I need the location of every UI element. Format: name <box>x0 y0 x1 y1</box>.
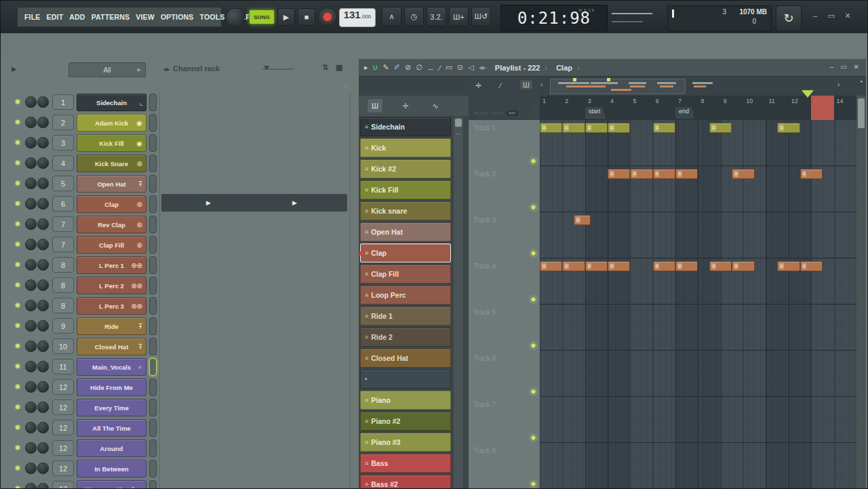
nav-right-arrow[interactable]: › <box>837 81 840 88</box>
channel-pan-knob[interactable] <box>25 157 37 169</box>
channel-number-button[interactable]: 12 <box>52 440 74 456</box>
channel-mute-led[interactable] <box>16 446 20 450</box>
channel-volume-knob[interactable] <box>37 483 49 489</box>
pattern-clip[interactable]: ≡ <box>777 261 800 271</box>
channel-pan-knob[interactable] <box>25 422 37 433</box>
selected-channel-strip[interactable]: ▶ ▶ <box>161 194 347 212</box>
pattern-clip[interactable]: ≡ <box>777 123 800 133</box>
paint-tool-icon[interactable]: ✐ <box>394 63 400 72</box>
pattern-item-kick[interactable]: ≡Kick <box>360 138 451 157</box>
playlist-timeline[interactable]: 1234567891011121314startend <box>540 96 856 121</box>
channel-button-open-hat[interactable]: Open HatŦ <box>77 175 146 193</box>
channel-button-sidechain[interactable]: Sidechain◟ <box>77 94 146 111</box>
pattern-clip[interactable]: ≡ <box>562 123 585 133</box>
pattern-item-kick-snare[interactable]: ≡Kick snare <box>360 201 451 220</box>
channel-volume-knob[interactable] <box>37 178 49 189</box>
channel-volume-knob[interactable] <box>37 137 49 149</box>
channel-volume-knob[interactable] <box>37 300 49 311</box>
channel-button-ride[interactable]: RideŦ <box>77 317 146 335</box>
track-led[interactable] <box>530 204 536 210</box>
pattern-item-kick-fill[interactable]: ≡Kick Fill <box>360 180 451 199</box>
channel-pan-knob[interactable] <box>25 198 37 210</box>
channel-mute-led[interactable] <box>16 303 20 307</box>
channel-volume-knob[interactable] <box>37 259 49 271</box>
channel-mute-led[interactable] <box>16 140 20 144</box>
channel-number-button[interactable]: 13 <box>52 481 74 489</box>
channel-number-button[interactable]: 5 <box>52 176 74 191</box>
channel-mute-led[interactable] <box>16 466 20 470</box>
channel-volume-knob[interactable] <box>37 279 49 291</box>
track-led[interactable] <box>530 481 536 487</box>
pattern-item-clap[interactable]: ▶≡Clap <box>360 243 451 262</box>
pattern-clip[interactable]: ≡ <box>608 169 630 179</box>
playhead-marker[interactable] <box>802 90 814 104</box>
channel-pan-knob[interactable] <box>25 381 37 393</box>
channel-mute-led[interactable] <box>16 425 20 429</box>
channel-number-button[interactable]: 9 <box>52 318 74 334</box>
slip-tool-icon[interactable]: ↔ <box>427 64 435 72</box>
pattern-list-scrollbar[interactable]: ︿ <box>454 117 463 489</box>
track-name-label[interactable]: Track 8 <box>473 447 496 454</box>
blend-record-icon[interactable]: Ш↺ <box>471 7 491 26</box>
picker-automation-tab[interactable]: ∿ <box>428 99 443 113</box>
playlist-maximize-button[interactable]: ▭ <box>840 63 846 71</box>
channel-number-button[interactable]: 7 <box>52 237 74 252</box>
channel-pan-knob[interactable] <box>25 320 37 332</box>
rack-menu-arrow[interactable]: ▶ <box>12 65 17 73</box>
automation-icon[interactable]: ∕ <box>500 81 501 90</box>
sync-button[interactable]: ↻ <box>776 5 802 31</box>
master-volume-knob[interactable] <box>226 8 245 27</box>
channel-pan-knob[interactable] <box>25 137 37 149</box>
channel-number-button[interactable]: 12 <box>52 420 74 435</box>
pattern-clip[interactable]: ≡ <box>732 261 754 271</box>
track-led[interactable] <box>530 435 536 441</box>
pattern-clip[interactable]: ≡ <box>630 169 652 179</box>
channel-mute-led[interactable] <box>16 405 20 409</box>
end-marker[interactable]: end <box>675 107 694 119</box>
channel-number-button[interactable]: 12 <box>52 379 74 395</box>
pattern-clip[interactable]: ≡ <box>653 123 675 133</box>
pattern-clip[interactable]: ≡ <box>653 169 675 179</box>
channel-number-button[interactable]: 6 <box>52 196 74 212</box>
channel-number-button[interactable]: 10 <box>52 338 74 354</box>
track-mode-icon[interactable]: ✛ <box>475 81 481 90</box>
pattern-clip[interactable]: ≡ <box>585 123 608 133</box>
pattern-item-unnamed[interactable]: • <box>360 370 451 389</box>
track-led[interactable] <box>530 250 536 256</box>
pattern-clip[interactable]: ≡ <box>608 261 630 271</box>
select-tool-icon[interactable]: ▭ <box>446 63 452 72</box>
channel-number-button[interactable]: 4 <box>52 155 74 171</box>
channel-number-button[interactable]: 11 <box>52 359 74 374</box>
channel-number-button[interactable]: 12 <box>52 461 74 476</box>
channel-mute-led[interactable] <box>16 324 20 328</box>
channel-button-clap-fill[interactable]: Clap Fill⊛ <box>77 236 146 254</box>
menu-add[interactable]: ADD <box>69 13 85 21</box>
pattern-item-bass[interactable]: ≡Bass <box>360 454 451 473</box>
channel-volume-knob[interactable] <box>37 198 49 210</box>
song-pattern-toggle[interactable]: SONG <box>249 9 275 24</box>
options-arrow-icon[interactable]: ▸ <box>364 63 368 72</box>
pattern-item-ride-2[interactable]: ≡Ride 2 <box>360 328 451 347</box>
mini-play-arrow-icon[interactable]: ▶ <box>206 199 211 206</box>
picker-patterns-tab[interactable]: Ш <box>367 98 383 113</box>
pattern-clip[interactable]: ≡ <box>800 261 823 271</box>
channel-pan-knob[interactable] <box>25 218 37 230</box>
rack-grid-icon[interactable]: ▦ <box>336 63 342 72</box>
playback-tool-icon[interactable]: ◁ <box>468 63 473 72</box>
pattern-picker-icon[interactable]: Ш <box>520 80 532 90</box>
channel-button-kick-fill[interactable]: Kick Fill◉ <box>77 134 146 152</box>
channel-pan-knob[interactable] <box>25 178 37 189</box>
wait-for-input-icon[interactable]: ◷ <box>404 7 424 26</box>
channel-number-button[interactable]: 1 <box>52 94 74 110</box>
channel-button-hide-from-me[interactable]: Hide From Me <box>77 378 146 396</box>
track-name-label[interactable]: Track 4 <box>473 262 496 270</box>
minimize-button[interactable]: – <box>810 12 821 20</box>
channel-pan-knob[interactable] <box>25 340 37 352</box>
channel-button-harmony-vocals[interactable]: Harmony_Vocals <box>77 480 146 489</box>
pattern-clip[interactable]: ≡ <box>574 215 591 225</box>
channel-number-button[interactable]: 8 <box>52 257 74 273</box>
timeline-selection[interactable] <box>811 96 833 120</box>
channel-mute-led[interactable] <box>16 486 20 489</box>
track-name-label[interactable]: Track 2 <box>473 170 496 178</box>
snap-magnet-icon[interactable]: ∪ <box>373 63 378 72</box>
